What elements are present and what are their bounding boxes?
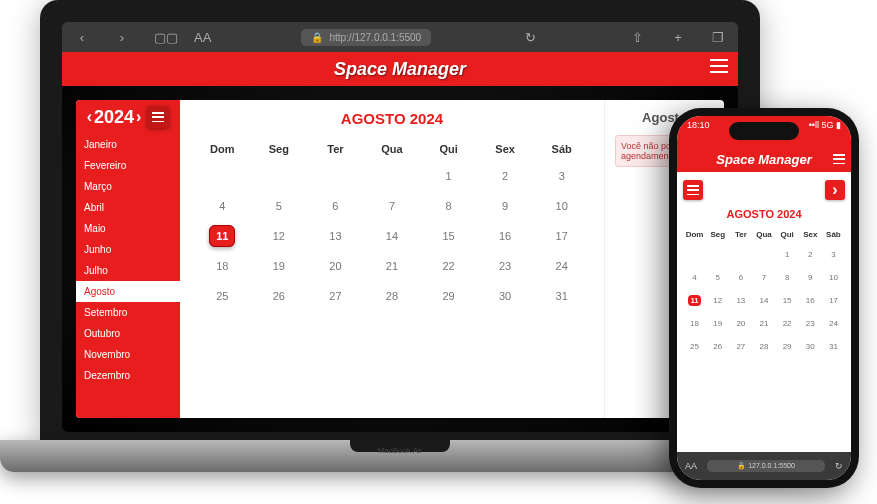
- calendar-day-cell[interactable]: 1: [420, 161, 477, 191]
- reading-list-icon[interactable]: ▢▢: [154, 30, 170, 45]
- calendar-day-cell[interactable]: 17: [822, 289, 845, 312]
- calendar-day-cell[interactable]: 15: [776, 289, 799, 312]
- calendar-day-cell[interactable]: 30: [799, 335, 822, 358]
- calendar-day-cell[interactable]: 13: [307, 221, 364, 251]
- main-menu-button[interactable]: [710, 59, 728, 73]
- calendar-day-cell[interactable]: 12: [706, 289, 729, 312]
- calendar-day-cell[interactable]: 1: [776, 243, 799, 266]
- calendar-day-cell[interactable]: 6: [729, 266, 752, 289]
- calendar-day-cell[interactable]: 27: [729, 335, 752, 358]
- sidebar-month-item[interactable]: Agosto: [76, 281, 180, 302]
- calendar-day-cell[interactable]: 23: [799, 312, 822, 335]
- calendar-day-cell[interactable]: 28: [364, 281, 421, 311]
- phone-next-button[interactable]: ›: [825, 180, 845, 200]
- sidebar-month-item[interactable]: Abril: [76, 197, 180, 218]
- calendar-day-cell[interactable]: 25: [194, 281, 251, 311]
- calendar-day-cell[interactable]: 24: [822, 312, 845, 335]
- calendar-day-cell[interactable]: 8: [420, 191, 477, 221]
- sidebar-month-item[interactable]: Maio: [76, 218, 180, 239]
- calendar-day-cell[interactable]: 12: [251, 221, 308, 251]
- next-year-button[interactable]: ›: [136, 108, 141, 126]
- month-sidebar: ‹ 2024 › JaneiroFevereiroMarçoAbrilMaioJ…: [76, 100, 180, 418]
- sidebar-month-item[interactable]: Setembro: [76, 302, 180, 323]
- address-bar[interactable]: 🔒 http://127.0.0.1:5500: [301, 29, 431, 46]
- calendar-day-cell: [729, 243, 752, 266]
- calendar-day-cell[interactable]: 20: [729, 312, 752, 335]
- text-size-button[interactable]: AA: [194, 30, 210, 45]
- calendar-day-cell[interactable]: 10: [822, 266, 845, 289]
- calendar-day-cell[interactable]: 11: [683, 289, 706, 312]
- calendar-day-cell[interactable]: 21: [364, 251, 421, 281]
- calendar-day-cell[interactable]: 28: [752, 335, 775, 358]
- sidebar-month-item[interactable]: Novembro: [76, 344, 180, 365]
- calendar-day-cell[interactable]: 10: [533, 191, 590, 221]
- calendar-day-cell[interactable]: 29: [420, 281, 477, 311]
- calendar-day-cell[interactable]: 6: [307, 191, 364, 221]
- calendar-day-cell[interactable]: 19: [706, 312, 729, 335]
- calendar-day-cell[interactable]: 4: [683, 266, 706, 289]
- calendar-day-cell[interactable]: 26: [706, 335, 729, 358]
- forward-button[interactable]: ›: [114, 30, 130, 45]
- calendar-day-cell[interactable]: 15: [420, 221, 477, 251]
- phone-reload-button[interactable]: ↻: [835, 461, 843, 471]
- calendar-day-cell[interactable]: 23: [477, 251, 534, 281]
- calendar-day-cell[interactable]: 7: [364, 191, 421, 221]
- calendar-day-cell: [364, 161, 421, 191]
- calendar-day-cell[interactable]: 22: [420, 251, 477, 281]
- phone-app-body: › AGOSTO 2024 DomSegTerQuaQuiSexSáb12345…: [677, 172, 851, 452]
- calendar-day-cell[interactable]: 31: [822, 335, 845, 358]
- calendar-day-cell: [706, 243, 729, 266]
- calendar-day-cell[interactable]: 18: [194, 251, 251, 281]
- phone-text-size-button[interactable]: AA: [685, 461, 697, 471]
- calendar-day-cell[interactable]: 16: [799, 289, 822, 312]
- phone-menu-button[interactable]: [833, 154, 845, 164]
- calendar-day-cell[interactable]: 8: [776, 266, 799, 289]
- sidebar-month-item[interactable]: Junho: [76, 239, 180, 260]
- calendar-day-cell[interactable]: 22: [776, 312, 799, 335]
- calendar-day-cell[interactable]: 30: [477, 281, 534, 311]
- calendar-day-cell[interactable]: 9: [477, 191, 534, 221]
- calendar-day-cell[interactable]: 20: [307, 251, 364, 281]
- calendar-day-cell[interactable]: 5: [251, 191, 308, 221]
- back-button[interactable]: ‹: [74, 30, 90, 45]
- calendar-day-cell[interactable]: 5: [706, 266, 729, 289]
- calendar-day-cell[interactable]: 24: [533, 251, 590, 281]
- calendar-day-cell[interactable]: 14: [752, 289, 775, 312]
- calendar-day-cell[interactable]: 25: [683, 335, 706, 358]
- calendar-day-cell[interactable]: 18: [683, 312, 706, 335]
- sidebar-month-item[interactable]: Julho: [76, 260, 180, 281]
- share-button[interactable]: ⇧: [630, 30, 646, 45]
- sidebar-month-item[interactable]: Janeiro: [76, 134, 180, 155]
- new-tab-button[interactable]: +: [670, 30, 686, 45]
- calendar-day-cell[interactable]: 31: [533, 281, 590, 311]
- calendar-day-cell[interactable]: 17: [533, 221, 590, 251]
- sidebar-month-item[interactable]: Março: [76, 176, 180, 197]
- calendar-day-cell[interactable]: 9: [799, 266, 822, 289]
- phone-sidebar-toggle[interactable]: [683, 180, 703, 200]
- reload-button[interactable]: ↻: [523, 30, 539, 45]
- sidebar-month-item[interactable]: Outubro: [76, 323, 180, 344]
- calendar-day-cell[interactable]: 27: [307, 281, 364, 311]
- calendar-day-cell[interactable]: 26: [251, 281, 308, 311]
- calendar-day-cell[interactable]: 16: [477, 221, 534, 251]
- calendar-day-cell[interactable]: 7: [752, 266, 775, 289]
- calendar-day-cell[interactable]: 29: [776, 335, 799, 358]
- calendar-day-cell[interactable]: 2: [477, 161, 534, 191]
- calendar-day-cell[interactable]: 11: [194, 221, 251, 251]
- calendar-day-cell[interactable]: 3: [533, 161, 590, 191]
- phone-address-bar[interactable]: 🔒 127.0.0.1:5500: [707, 460, 825, 472]
- calendar-day-cell[interactable]: 21: [752, 312, 775, 335]
- calendar-day-cell[interactable]: 4: [194, 191, 251, 221]
- prev-year-button[interactable]: ‹: [87, 108, 92, 126]
- calendar-day-cell[interactable]: 19: [251, 251, 308, 281]
- calendar-day-cell[interactable]: 13: [729, 289, 752, 312]
- calendar-day-cell[interactable]: 14: [364, 221, 421, 251]
- calendar-title: AGOSTO 2024: [194, 110, 590, 127]
- calendar-day-cell[interactable]: 2: [799, 243, 822, 266]
- calendar-grid: DomSegTerQuaQuiSexSáb1234567891011121314…: [194, 137, 590, 311]
- tabs-button[interactable]: ❐: [710, 30, 726, 45]
- sidebar-menu-button[interactable]: [147, 106, 169, 128]
- sidebar-month-item[interactable]: Fevereiro: [76, 155, 180, 176]
- calendar-day-cell[interactable]: 3: [822, 243, 845, 266]
- sidebar-month-item[interactable]: Dezembro: [76, 365, 180, 386]
